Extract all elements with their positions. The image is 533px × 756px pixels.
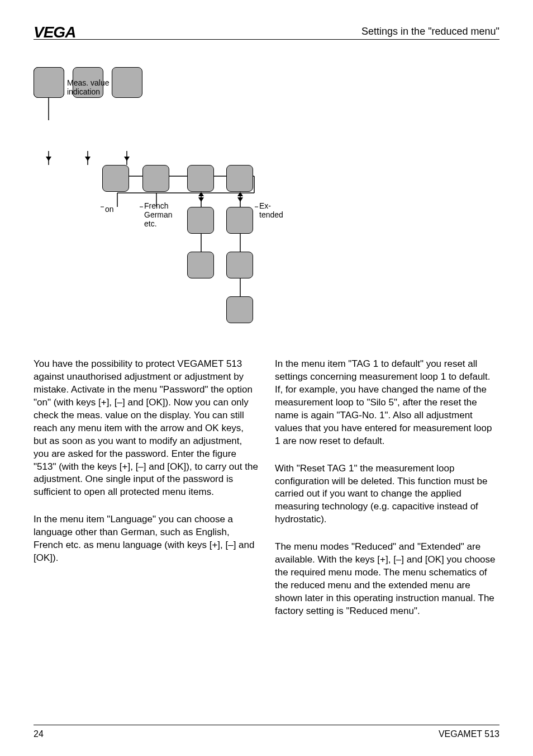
product-name: VEGAMET 513 xyxy=(439,729,499,739)
diagram-node xyxy=(226,296,253,323)
svg-marker-19 xyxy=(198,192,204,196)
svg-marker-20 xyxy=(237,197,243,202)
diagram-label-ext: Ex-tended xyxy=(259,201,283,219)
header-rule xyxy=(34,39,499,40)
para-password: You have the possibility to protect VEGA… xyxy=(34,358,258,499)
svg-marker-18 xyxy=(198,197,204,202)
page-number: 24 xyxy=(34,729,44,739)
diagram-node xyxy=(34,67,64,98)
diagram-node xyxy=(226,252,253,278)
right-column: In the menu item "TAG 1 to default" you … xyxy=(275,358,499,717)
diagram-node xyxy=(112,67,142,98)
diagram-label-lang: FrenchGermanetc. xyxy=(144,201,173,228)
section-title: Settings in the "reduced menu" xyxy=(361,26,499,37)
para-tag-default: In the menu item "TAG 1 to default" you … xyxy=(275,358,499,448)
diagram-node xyxy=(187,165,214,192)
footer-rule xyxy=(34,725,499,725)
svg-marker-16 xyxy=(124,157,130,161)
para-reset-tag: With "Reset TAG 1" the measurement loop … xyxy=(275,462,499,527)
diagram-label-on: on xyxy=(105,205,114,214)
svg-marker-21 xyxy=(237,192,243,196)
diagram-node xyxy=(226,165,253,192)
diagram-node xyxy=(226,207,253,234)
diagram-node xyxy=(187,252,214,278)
diagram-node xyxy=(102,165,129,192)
diagram-node xyxy=(187,207,214,234)
svg-marker-14 xyxy=(46,157,51,161)
svg-marker-15 xyxy=(85,157,91,161)
menu-diagram: Meas. valueindication on FrenchGermanetc… xyxy=(34,67,291,324)
diagram-node xyxy=(142,165,169,192)
para-menu-modes: The menu modes "Reduced" and "Extended" … xyxy=(275,541,499,618)
para-language: In the menu item "Language" you can choo… xyxy=(34,513,258,565)
left-column: You have the possibility to protect VEGA… xyxy=(34,358,258,717)
diagram-label-meas: Meas. valueindication xyxy=(67,78,109,96)
